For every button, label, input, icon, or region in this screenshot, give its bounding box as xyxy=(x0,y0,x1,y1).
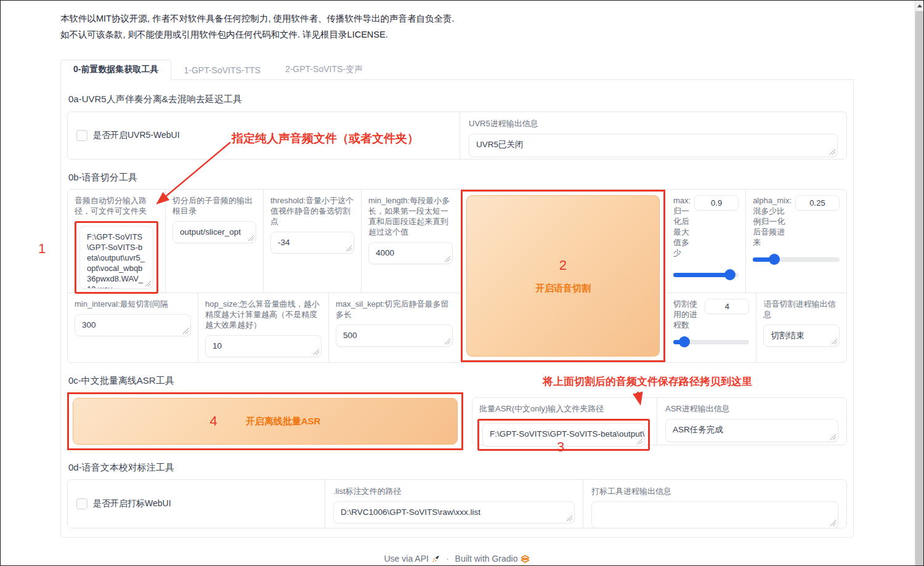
use-via-api-link[interactable]: Use via API xyxy=(384,554,440,564)
n-process-label: 切割使用的进程数 xyxy=(673,299,702,330)
resize-grip-icon[interactable] xyxy=(445,256,450,262)
min-length-value: 4000 xyxy=(376,248,394,257)
hop-size-textbox[interactable]: 10 xyxy=(205,335,322,357)
slice-info-field: 语音切割进程输出信息 切割结束 xyxy=(756,293,846,362)
resize-grip-icon[interactable] xyxy=(637,439,642,444)
annotation-box-1: F:\GPT-SoVITS\GPT-SoVITS-beta\output\uvr… xyxy=(75,221,158,294)
resize-grip-icon[interactable] xyxy=(346,246,352,251)
max-norm-field: max:归一化后最大值多少 0.9 xyxy=(667,190,746,293)
resize-grip-icon[interactable] xyxy=(314,349,319,355)
resize-grip-icon[interactable] xyxy=(832,339,837,344)
min-interval-textbox[interactable]: 300 xyxy=(75,314,191,336)
slice-info-textbox[interactable]: 切割结束 xyxy=(763,325,840,347)
slice-input-path-label: 音频自动切分输入路径，可文件可文件夹 xyxy=(75,195,158,216)
slice-output-dir-textbox[interactable]: output/slicer_opt xyxy=(172,221,256,243)
asr-info-label: ASR进程输出信息 xyxy=(665,403,838,414)
annotation-number-2: 2 xyxy=(559,257,567,273)
slice-input-path-field: 音频自动切分输入路径，可文件可文件夹 F:\GPT-SoVITS\GPT-SoV… xyxy=(68,190,166,293)
list-path-label: .list标注文件的路径 xyxy=(333,486,575,496)
built-with-gradio-link[interactable]: Built with Gradio xyxy=(455,554,530,564)
gradio-logo-icon xyxy=(521,555,530,563)
main-tabbar: 0-前置数据集获取工具 1-GPT-SoVITS-TTS 2-GPT-SoVIT… xyxy=(60,61,854,80)
alpha-mix-number-input[interactable]: 0.25 xyxy=(795,195,840,211)
asr-info-value: ASR任务完成 xyxy=(673,425,723,434)
slider-thumb[interactable] xyxy=(724,269,736,280)
slice-button-area: 2 开启语音切割 xyxy=(460,190,667,362)
min-length-field: min_length:每段最小多长，如果第一段太短一直和后面段连起来直到超过这个… xyxy=(362,190,460,293)
resize-grip-icon[interactable] xyxy=(830,434,836,440)
asr-input-textbox[interactable]: F:\GPT-SoVITS\GPT-SoVITS-beta\output\sli… xyxy=(482,423,645,447)
n-process-slider[interactable] xyxy=(673,336,750,347)
resize-grip-icon[interactable] xyxy=(830,149,835,155)
scrollbar-up-arrow-icon[interactable] xyxy=(915,1,924,11)
gradio-footer: Use via API · Built with Gradio xyxy=(60,554,854,564)
open-slicer-button[interactable]: 2 开启语音切割 xyxy=(466,195,660,357)
resize-grip-icon[interactable] xyxy=(445,339,450,344)
tab-voice-changer[interactable]: 2-GPT-SoVITS-变声 xyxy=(273,60,375,79)
slider-thumb[interactable] xyxy=(679,336,690,347)
footer-separator: · xyxy=(446,554,449,564)
slice-info-value: 切割结束 xyxy=(771,331,804,340)
max-sil-kept-field: max_sil_kept:切完后静音最多留多长 500 xyxy=(329,293,460,363)
scrollbar-thumb[interactable] xyxy=(915,11,924,565)
panel-0d-labeling: 是否开启打标WebUI .list标注文件的路径 D:\RVC1006\GPT-… xyxy=(67,479,847,528)
threshold-value: -34 xyxy=(278,238,290,247)
max-sil-kept-value: 500 xyxy=(343,331,357,340)
threshold-field: threshold:音量小于这个值视作静音的备选切割点 -34 xyxy=(264,190,362,293)
panel-0c-asr: 批量ASR(中文only)输入文件夹路径 F:\GPT-SoVITS\GPT-S… xyxy=(472,397,847,445)
asr-info-textbox[interactable]: ASR任务完成 xyxy=(665,419,838,442)
annotation-number-1: 1 xyxy=(38,241,46,257)
resize-grip-icon[interactable] xyxy=(830,520,836,526)
resize-grip-icon[interactable] xyxy=(248,235,254,241)
asr-input-value: F:\GPT-SoVITS\GPT-SoVITS-beta\output\sli… xyxy=(490,429,645,439)
annotation-box-4: 4 开启离线批量ASR xyxy=(67,392,463,450)
page-scrollbar[interactable] xyxy=(915,1,923,565)
max-norm-slider[interactable] xyxy=(673,269,739,280)
slice-output-dir-value: output/slicer_opt xyxy=(180,227,241,237)
max-sil-kept-textbox[interactable]: 500 xyxy=(336,325,453,347)
resize-grip-icon[interactable] xyxy=(145,281,151,286)
max-norm-label: max:归一化后最大值多少 xyxy=(673,195,691,258)
row-0c-asr: 4 开启离线批量ASR 批量ASR(中文only)输入文件夹路径 F:\GPT-… xyxy=(67,392,847,450)
hop-size-field: hop_size:怎么算音量曲线，越小精度越大计算量越高（不是精度越大效果越好）… xyxy=(198,293,329,363)
slider-fill xyxy=(673,273,730,277)
license-disclaimer: 本软件以MIT协议开源, 作者不对软件具备任何控制力, 使用软件者、传播软件导出… xyxy=(60,1,854,42)
min-interval-label: min_interval:最短切割间隔 xyxy=(75,299,191,309)
max-sil-kept-label: max_sil_kept:切完后静音最多留多长 xyxy=(336,299,453,320)
disclaimer-line-2: 如不认可该条款, 则不能使用或引用软件包内任何代码和文件. 详见根目录LICEN… xyxy=(60,26,854,42)
labeling-checkbox-row: 是否开启打标WebUI xyxy=(68,480,325,528)
uvr5-checkbox-row: 是否开启UVR5-WebUI xyxy=(68,112,460,159)
alpha-mix-field: alpha_mix:混多少比例归一化后音频进来 0.25 xyxy=(746,190,846,293)
alpha-mix-label: alpha_mix:混多少比例归一化后音频进来 xyxy=(753,195,792,248)
section-heading-0b: 0b-语音切分工具 xyxy=(68,172,847,184)
list-path-textbox[interactable]: D:\RVC1006\GPT-SoVITS\raw\xxx.list xyxy=(333,501,575,524)
resize-grip-icon[interactable] xyxy=(567,515,572,521)
uvr5-webui-checkbox[interactable] xyxy=(76,130,87,141)
open-asr-button[interactable]: 4 开启离线批量ASR xyxy=(73,398,458,445)
slice-input-path-textbox[interactable]: F:\GPT-SoVITS\GPT-SoVITS-beta\output\uvr… xyxy=(79,226,153,289)
labeling-info-field: 打标工具进程输出信息 xyxy=(583,480,846,528)
hop-size-label: hop_size:怎么算音量曲线，越小精度越大计算量越高（不是精度越大效果越好） xyxy=(205,299,322,330)
slice-output-dir-field: 切分后的子音频的输出根目录 output/slicer_opt xyxy=(166,190,264,293)
min-length-textbox[interactable]: 4000 xyxy=(368,242,453,264)
min-length-label: min_length:每段最小多长，如果第一段太短一直和后面段连起来直到超过这个… xyxy=(368,195,453,237)
panel-0b-slicer: 音频自动切分输入路径，可文件可文件夹 F:\GPT-SoVITS\GPT-SoV… xyxy=(67,189,847,363)
tab-dataset-tools[interactable]: 0-前置数据集获取工具 xyxy=(60,60,171,80)
hop-size-value: 10 xyxy=(213,341,222,350)
list-path-field: .list标注文件的路径 D:\RVC1006\GPT-SoVITS\raw\x… xyxy=(325,480,583,528)
labeling-webui-checkbox-label: 是否开启打标WebUI xyxy=(93,498,171,509)
section-heading-0a: 0a-UVR5人声伴奏分离&去混响去延迟工具 xyxy=(68,94,847,105)
alpha-mix-slider[interactable] xyxy=(753,254,840,265)
annotation-box-3: F:\GPT-SoVITS\GPT-SoVITS-beta\output\sli… xyxy=(477,419,650,451)
n-process-number-input[interactable]: 4 xyxy=(705,299,749,314)
threshold-textbox[interactable]: -34 xyxy=(270,232,354,254)
uvr5-output-cell: UVR5进程输出信息 UVR5已关闭 xyxy=(460,112,846,159)
resize-grip-icon[interactable] xyxy=(183,328,188,334)
labeling-webui-checkbox[interactable] xyxy=(76,498,87,509)
max-norm-number-input[interactable]: 0.9 xyxy=(694,195,739,211)
tab-gpt-sovits-tts[interactable]: 1-GPT-SoVITS-TTS xyxy=(171,62,272,79)
labeling-info-textbox[interactable] xyxy=(591,501,838,528)
slider-thumb[interactable] xyxy=(769,254,780,265)
uvr5-output-textbox[interactable]: UVR5已关闭 xyxy=(469,134,838,157)
section-heading-0c: 0c-中文批量离线ASR工具 xyxy=(68,375,847,387)
